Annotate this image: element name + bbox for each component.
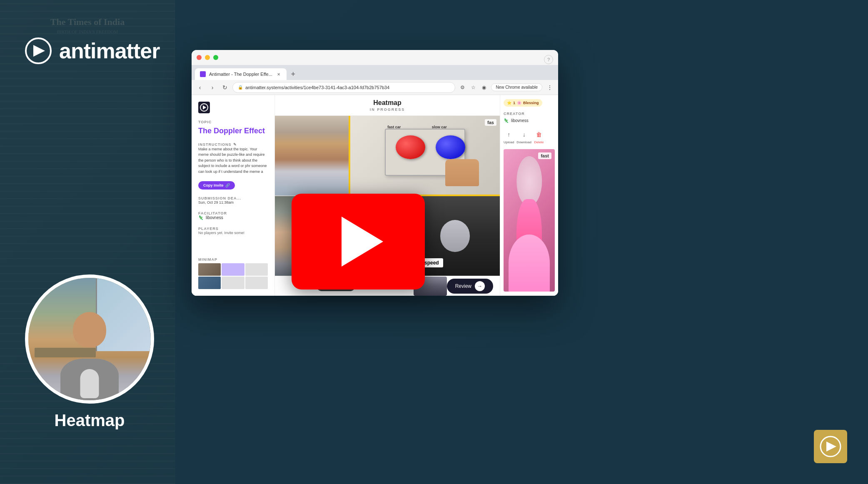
zoom-out-button[interactable]: ⊞ Zoom out bbox=[317, 281, 355, 291]
edit-icon[interactable]: ✎ bbox=[233, 142, 237, 147]
download-icon: ↓ bbox=[519, 130, 529, 140]
zoom-out-label: Zoom out bbox=[329, 284, 349, 289]
zoom-icon: ⊞ bbox=[323, 283, 327, 289]
tab-favicon bbox=[200, 71, 206, 77]
bottom-right-logo bbox=[814, 430, 847, 463]
review-button[interactable]: Review → bbox=[447, 279, 493, 294]
browser-statusbar: ⊞ Zoom out slowest Review → bbox=[275, 276, 500, 296]
avatar-window bbox=[96, 278, 151, 351]
avatar-bg bbox=[28, 278, 151, 400]
avatar-shelf bbox=[35, 348, 96, 358]
browser-toolbar-icons: ⚙ ☆ ◉ bbox=[458, 83, 489, 92]
topic-title: The Doppler Effect bbox=[198, 127, 268, 136]
minimap-grid bbox=[198, 263, 268, 289]
presenter-avatar bbox=[25, 274, 154, 404]
heatmap-cell-1[interactable] bbox=[275, 116, 349, 195]
back-button[interactable]: ‹ bbox=[195, 82, 205, 92]
copy-invite-button[interactable]: Copy Invite 🔗 bbox=[198, 181, 235, 190]
creator-name: libovness bbox=[511, 118, 529, 123]
extensions-icon[interactable]: ⚙ bbox=[458, 83, 467, 92]
minimap-cell-2 bbox=[222, 263, 244, 276]
minimap-section: MINIMAP bbox=[198, 257, 268, 289]
fast-label-1: fas bbox=[485, 119, 496, 126]
antimatter-logo-icon bbox=[25, 37, 52, 64]
creator-row: 🦎 libovness bbox=[504, 118, 555, 123]
svg-marker-5 bbox=[826, 442, 836, 452]
creator-label: CREATOR bbox=[504, 112, 555, 116]
minimap-cell-3 bbox=[245, 263, 268, 276]
deadline-value: Sun, Oct 29 11:38am bbox=[198, 200, 268, 205]
minimap-label: MINIMAP bbox=[198, 257, 268, 262]
review-label: Review bbox=[455, 283, 471, 289]
reload-button[interactable]: ↻ bbox=[220, 82, 230, 92]
app-sidebar: TOPIC The Doppler Effect INSTRUCTIONS ✎ … bbox=[192, 95, 275, 296]
app-main: Heatmap IN PROGRESS ? bbox=[275, 95, 500, 296]
creator-icon: 🦎 bbox=[504, 118, 509, 123]
facilitator-row: 🦎 libovness bbox=[198, 215, 268, 220]
url-text: antimatter.systems/activities/1ce4be73-3… bbox=[245, 85, 389, 90]
warpspeed-label: warp speed bbox=[407, 258, 443, 267]
chrome-available-button[interactable]: New Chrome available bbox=[491, 83, 542, 91]
deadline-section: SUBMISSION DEA... Sun, Oct 29 11:38am bbox=[198, 196, 268, 205]
minimap-cell-1 bbox=[198, 263, 221, 276]
delete-button[interactable]: 🗑 Delete bbox=[534, 130, 544, 144]
players-label: PLAYERS bbox=[198, 227, 268, 231]
download-button[interactable]: ↓ Download bbox=[516, 130, 531, 144]
upload-button[interactable]: ↑ Upload bbox=[504, 130, 514, 144]
topic-section: TOPIC The Doppler Effect bbox=[198, 120, 268, 136]
blessing-label: Blessing bbox=[523, 101, 539, 105]
avatar-mic bbox=[80, 369, 99, 398]
svg-marker-1 bbox=[33, 45, 45, 57]
upload-icon: ↑ bbox=[504, 130, 514, 140]
presenter-area: Heatmap bbox=[25, 274, 154, 430]
tab-close-button[interactable]: ✕ bbox=[276, 71, 282, 77]
heatmap-status: IN PROGRESS bbox=[370, 107, 405, 112]
copy-invite-label: Copy Invite bbox=[203, 183, 224, 187]
profile-icon[interactable]: ◉ bbox=[479, 83, 489, 92]
players-section: PLAYERS No players yet. Invite some! bbox=[198, 227, 268, 235]
instructions-label: INSTRUCTIONS ✎ bbox=[198, 142, 268, 147]
instructions-text: Make a meme about the topic. Your meme s… bbox=[198, 147, 268, 175]
heatmap-cell-2-highlighted[interactable]: fast car slow car fas bbox=[350, 116, 500, 195]
bottom-right-logo-icon bbox=[820, 436, 841, 457]
address-field[interactable]: 🔒 antimatter.systems/activities/1ce4be73… bbox=[232, 82, 455, 93]
minimap-cell-6 bbox=[245, 277, 268, 289]
heatmap-title: Heatmap bbox=[373, 99, 402, 107]
traffic-light-red[interactable] bbox=[197, 55, 202, 60]
fast-label-2: fast bbox=[538, 152, 551, 159]
avatar-head bbox=[73, 312, 106, 347]
traffic-light-green[interactable] bbox=[213, 55, 218, 60]
facilitator-section: FACILITATOR 🦎 libovness bbox=[198, 211, 268, 220]
app-right-panel: ⭐ 1 🌸 Blessing CREATOR 🦎 libovness ↑ Upl… bbox=[500, 95, 558, 296]
blessing-badge: ⭐ 1 🌸 Blessing bbox=[504, 99, 542, 107]
facilitator-label: FACILITATOR bbox=[198, 211, 268, 215]
blessing-row: ⭐ 1 🌸 Blessing bbox=[504, 99, 555, 107]
deadline-label: SUBMISSION DEA... bbox=[198, 196, 268, 200]
bookmark-icon[interactable]: ☆ bbox=[469, 83, 478, 92]
minimap-cell-4 bbox=[198, 277, 221, 289]
avatar-body bbox=[60, 359, 119, 400]
new-tab-button[interactable]: + bbox=[287, 68, 299, 80]
heatmap-header: Heatmap IN PROGRESS ? bbox=[275, 95, 500, 116]
bottom-right-area: Review → bbox=[414, 277, 493, 296]
heatmap-cell-3[interactable] bbox=[275, 196, 349, 276]
app-logo-icon bbox=[198, 102, 210, 113]
heatmap-cell-4-highlighted[interactable]: warp speed bbox=[350, 196, 500, 276]
presenter-label: Heatmap bbox=[55, 411, 125, 430]
browser-title-bar bbox=[192, 50, 558, 65]
blessing-star-icon: ⭐ bbox=[507, 101, 511, 105]
browser-tab-active[interactable]: Antimatter - The Doppler Effe... ✕ bbox=[195, 68, 287, 80]
forward-button[interactable]: › bbox=[207, 82, 217, 92]
browser-tab-bar: Antimatter - The Doppler Effe... ✕ + bbox=[192, 65, 558, 80]
creator-section: CREATOR 🦎 libovness bbox=[504, 112, 555, 123]
brand-logo: antimatter bbox=[25, 37, 160, 64]
facilitator-name: libovness bbox=[206, 215, 223, 220]
menu-button[interactable]: ⋮ bbox=[545, 82, 555, 92]
browser-content: TOPIC The Doppler Effect INSTRUCTIONS ✎ … bbox=[192, 95, 558, 296]
brand-name: antimatter bbox=[59, 38, 160, 63]
players-text: No players yet. Invite some! bbox=[198, 231, 268, 235]
princess-cell: fast bbox=[504, 149, 555, 292]
blessing-count: 1 bbox=[513, 101, 515, 105]
traffic-light-yellow[interactable] bbox=[205, 55, 210, 60]
review-arrow-icon: → bbox=[475, 281, 485, 291]
